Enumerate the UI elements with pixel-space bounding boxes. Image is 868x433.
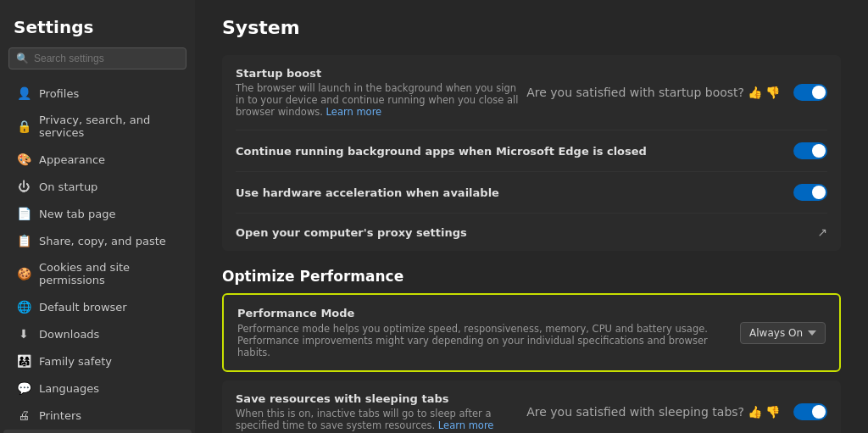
languages-icon: 💬 [17,381,31,395]
perf-mode-dropdown-value: Always On [749,327,803,339]
perf-mode-label: Performance Mode [237,307,723,319]
perf-mode-text: Performance Mode Performance mode helps … [237,307,723,358]
sidebar-item-newtab[interactable]: 📄 New tab page [3,201,192,226]
cookies-icon: 🍪 [17,267,31,280]
sidebar-item-system[interactable]: ⚙ System [3,430,192,433]
system-settings-block: Startup boost The browser will launch in… [222,55,841,251]
thumbs-up-icon[interactable]: 👍 [748,86,762,99]
proxy-label: Open your computer's proxy settings [236,226,467,239]
sleeping-tabs-content: Save resources with sleeping tabs When t… [236,392,526,431]
sleeping-feedback: Are you satisfied with sleeping tabs? 👍 … [526,405,780,419]
background-apps-right [793,142,827,159]
perf-mode-desc: Performance mode helps you optimize spee… [237,323,723,358]
startup-boost-content: Startup boost The browser will launch in… [236,67,526,118]
sidebar-item-label: Downloads [39,328,99,341]
sidebar-item-printers[interactable]: 🖨 Printers [3,402,192,428]
sleeping-tabs-label: Save resources with sleeping tabs [236,392,526,405]
sleeping-feedback-text: Are you satisfied with sleeping tabs? [526,405,744,419]
optimize-section-title: Optimize Performance [222,268,841,285]
main-content: System Startup boost The browser will la… [195,0,868,433]
downloads-icon: ⬇ [17,327,31,341]
newtab-icon: 📄 [17,207,31,220]
hardware-accel-row: Use hardware acceleration when available [236,172,827,214]
search-input[interactable] [34,53,179,64]
sleeping-tabs-row: Save resources with sleeping tabs When t… [236,380,827,433]
sidebar-item-cookies[interactable]: 🍪 Cookies and site permissions [3,255,192,292]
sidebar-item-label: Family safety [39,355,112,368]
sidebar-item-privacy[interactable]: 🔒 Privacy, search, and services [3,108,192,145]
startup-learn-more-link[interactable]: Learn more [326,106,382,118]
sidebar-item-label: Cookies and site permissions [39,261,178,286]
startup-feedback: Are you satisfied with startup boost? 👍 … [526,86,780,99]
hardware-accel-right [793,184,827,201]
sidebar-item-profiles[interactable]: 👤 Profiles [3,80,192,106]
startup-boost-label: Startup boost [236,67,526,80]
sleeping-tabs-block: Save resources with sleeping tabs When t… [222,380,841,433]
search-box[interactable]: 🔍 [8,47,186,69]
sidebar-item-startup[interactable]: ⏻ On startup [3,174,192,199]
startup-boost-desc: The browser will launch in the backgroun… [236,82,526,118]
background-apps-label: Continue running background apps when Mi… [236,145,647,158]
sidebar-item-label: Languages [39,382,99,395]
family-icon: 👨‍👩‍👧 [17,354,31,368]
external-link-icon[interactable]: ↗ [817,225,827,239]
sidebar-item-share[interactable]: 📋 Share, copy, and paste [3,228,192,253]
sleeping-tabs-right: Are you satisfied with sleeping tabs? 👍 … [526,403,827,420]
sidebar-item-label: Share, copy, and paste [39,235,166,247]
background-apps-row: Continue running background apps when Mi… [236,130,827,172]
profiles-icon: 👤 [17,86,31,100]
sidebar-item-label: On startup [39,180,97,193]
sidebar-item-label: Privacy, search, and services [39,114,178,139]
sleeping-learn-more-link[interactable]: Learn more [438,419,494,431]
sidebar: Settings 🔍 👤 Profiles 🔒 Privacy, search,… [0,0,195,433]
sidebar-item-downloads[interactable]: ⬇ Downloads [3,321,192,347]
hardware-accel-toggle[interactable] [793,184,827,201]
app-title: Settings [0,14,195,47]
startup-boost-row: Startup boost The browser will launch in… [236,55,827,130]
printers-icon: 🖨 [17,408,31,422]
sleeping-thumbs-down-icon[interactable]: 👎 [765,405,780,419]
hardware-accel-label: Use hardware acceleration when available [236,186,499,199]
sidebar-item-label: Printers [39,409,81,422]
sidebar-item-family[interactable]: 👨‍👩‍👧 Family safety [3,348,192,374]
thumbs-down-icon[interactable]: 👎 [765,86,780,99]
sidebar-item-label: Profiles [39,87,79,100]
page-title: System [222,17,841,38]
sidebar-item-browser[interactable]: 🌐 Default browser [3,294,192,319]
startup-boost-right: Are you satisfied with startup boost? 👍 … [526,84,827,101]
sidebar-item-label: New tab page [39,208,115,220]
search-icon: 🔍 [16,53,29,64]
sleeping-thumbs-up-icon[interactable]: 👍 [748,405,762,419]
startup-icon: ⏻ [17,180,31,193]
proxy-row: Open your computer's proxy settings ↗ [236,214,827,251]
background-apps-toggle[interactable] [793,142,827,159]
startup-boost-toggle[interactable] [793,84,827,101]
sidebar-item-languages[interactable]: 💬 Languages [3,375,192,401]
performance-mode-card: Performance Mode Performance mode helps … [222,293,841,372]
sleeping-tabs-toggle[interactable] [793,403,827,420]
chevron-down-icon [808,329,816,337]
browser-icon: 🌐 [17,300,31,314]
privacy-icon: 🔒 [17,119,31,133]
share-icon: 📋 [17,234,31,247]
sidebar-item-label: Appearance [39,153,105,166]
proxy-right: ↗ [817,225,827,239]
perf-mode-dropdown[interactable]: Always On [740,322,826,344]
sidebar-item-label: Default browser [39,301,127,314]
startup-feedback-text: Are you satisfied with startup boost? [526,86,744,99]
sleeping-tabs-desc: When this is on, inactive tabs will go t… [236,408,526,431]
appearance-icon: 🎨 [17,153,31,166]
sidebar-item-appearance[interactable]: 🎨 Appearance [3,147,192,172]
